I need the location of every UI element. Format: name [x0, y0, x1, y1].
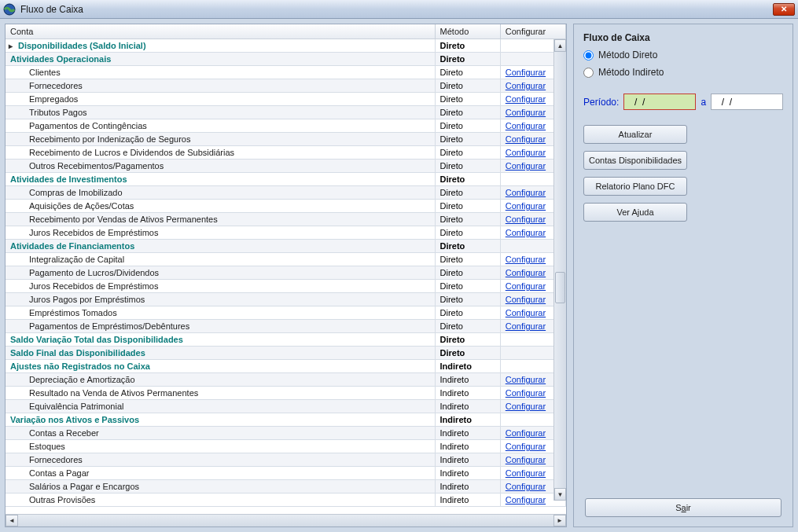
hscroll-track[interactable] [18, 515, 553, 526]
col-config[interactable]: Configurar [500, 24, 565, 39]
table-row[interactable]: EmpregadosDiretoConfigurar [6, 93, 566, 106]
table-row[interactable]: Juros Recebidos de EmpréstimosDiretoConf… [6, 226, 566, 240]
configurar-link[interactable]: Configurar [506, 321, 546, 331]
conta-label: Saldo Final das Disponibilidades [10, 348, 145, 358]
sair-button[interactable]: Sair [585, 498, 781, 517]
configurar-link[interactable]: Configurar [506, 255, 546, 264]
cell-metodo: Indireto [435, 387, 500, 400]
configurar-link[interactable]: Configurar [506, 228, 546, 237]
table-row[interactable]: Juros Pagos por EmpréstimosDiretoConfigu… [6, 293, 566, 306]
table-row[interactable]: Recebimento de Lucros e Dividendos de Su… [6, 146, 566, 160]
configurar-link[interactable]: Configurar [506, 201, 546, 211]
radio-direto-input[interactable] [583, 50, 594, 61]
table-row[interactable]: Salários a Pagar e EncargosIndiretoConfi… [6, 480, 566, 493]
scroll-down-arrow[interactable]: ▼ [554, 488, 566, 501]
radio-metodo-direto[interactable]: Método Direto [583, 48, 783, 62]
cell-conta: Pagamentos de Empréstimos/Debêntures [6, 320, 435, 333]
table-row[interactable]: Equivalência PatrimonialIndiretoConfigur… [6, 400, 566, 413]
scroll-left-arrow[interactable]: ◄ [6, 515, 18, 526]
table-row[interactable]: FornecedoresDiretoConfigurar [6, 79, 566, 93]
expand-icon[interactable]: ▸ [9, 42, 17, 50]
table-row[interactable]: Pagamento de Lucros/DividendosDiretoConf… [6, 266, 566, 280]
table-row[interactable]: Contas a PagarIndiretoConfigurar [6, 467, 566, 480]
table-row[interactable]: Atividades OperacionaisDireto [6, 53, 566, 66]
close-button[interactable]: ✕ [773, 3, 795, 16]
table-row[interactable]: Juros Recebidos de EmpréstimosDiretoConf… [6, 280, 566, 293]
vertical-scrollbar[interactable]: ▲ ▼ [553, 39, 566, 501]
configurar-link[interactable]: Configurar [506, 455, 546, 464]
cell-metodo: Direto [435, 240, 500, 253]
table-row[interactable]: Contas a ReceberIndiretoConfigurar [6, 427, 566, 440]
table-row[interactable]: Integralização de CapitalDiretoConfigura… [6, 253, 566, 266]
table-row[interactable]: Ajustes não Registrados no CaixaIndireto [6, 360, 566, 373]
table-row[interactable]: Atividades de FinanciamentosDireto [6, 240, 566, 253]
configurar-link[interactable]: Configurar [506, 442, 546, 451]
configurar-link[interactable]: Configurar [506, 468, 546, 478]
cell-conta: Contas a Pagar [6, 467, 435, 480]
table-row[interactable]: FornecedoresIndiretoConfigurar [6, 453, 566, 467]
configurar-link[interactable]: Configurar [506, 375, 546, 384]
configurar-link[interactable]: Configurar [506, 68, 546, 77]
table-row[interactable]: Empréstimos TomadosDiretoConfigurar [6, 306, 566, 320]
configurar-link[interactable]: Configurar [506, 161, 546, 171]
configurar-link[interactable]: Configurar [506, 295, 546, 304]
configurar-link[interactable]: Configurar [506, 268, 546, 277]
date-start-input[interactable] [623, 94, 696, 110]
scroll-right-arrow[interactable]: ► [553, 515, 566, 526]
configurar-link[interactable]: Configurar [506, 94, 546, 104]
configurar-link[interactable]: Configurar [506, 428, 546, 438]
table-row[interactable]: Recebimento por Vendas de Ativos Permane… [6, 213, 566, 226]
table-row[interactable]: Saldo Variação Total das Disponibilidade… [6, 333, 566, 347]
table-row[interactable]: Compras de ImobilizadoDiretoConfigurar [6, 186, 566, 200]
configurar-link[interactable]: Configurar [506, 308, 546, 317]
cell-metodo: Direto [435, 66, 500, 79]
table-row[interactable]: Depreciação e AmortizaçãoIndiretoConfigu… [6, 373, 566, 387]
table-row[interactable]: Tributos PagosDiretoConfigurar [6, 106, 566, 119]
configurar-link[interactable]: Configurar [506, 188, 546, 197]
col-metodo[interactable]: Método [435, 24, 500, 39]
table-row[interactable]: Saldo Final das DisponibilidadesDireto [6, 347, 566, 360]
table-row[interactable]: Outras ProvisõesIndiretoConfigurar [6, 493, 566, 507]
conta-label: Variação nos Ativos e Passivos [10, 415, 139, 424]
cell-conta: Pagamento de Lucros/Dividendos [6, 266, 435, 280]
atualizar-button[interactable]: Atualizar [583, 125, 687, 144]
table-row[interactable]: Atividades de InvestimentosDireto [6, 173, 566, 186]
table-row[interactable]: Aquisições de Ações/CotasDiretoConfigura… [6, 200, 566, 213]
configurar-link[interactable]: Configurar [506, 108, 546, 117]
scroll-thumb[interactable] [555, 272, 565, 303]
table-row[interactable]: ClientesDiretoConfigurar [6, 66, 566, 79]
date-end-input[interactable] [711, 94, 783, 110]
table-row[interactable]: Resultado na Venda de Ativos Permanentes… [6, 387, 566, 400]
table-row[interactable]: Pagamentos de Empréstimos/DebênturesDire… [6, 320, 566, 333]
ver-ajuda-button[interactable]: Ver Ajuda [583, 203, 687, 222]
configurar-link[interactable]: Configurar [506, 402, 546, 411]
horizontal-scrollbar[interactable]: ◄ ► [6, 514, 566, 526]
configurar-link[interactable]: Configurar [506, 215, 546, 224]
configurar-link[interactable]: Configurar [506, 281, 546, 291]
conta-label: Atividades de Investimentos [10, 174, 127, 184]
configurar-link[interactable]: Configurar [506, 482, 546, 491]
table-row[interactable]: ▸Disponibilidades (Saldo Inicial)Direto [6, 39, 566, 53]
radio-metodo-indireto[interactable]: Método Indireto [583, 65, 783, 79]
configurar-link[interactable]: Configurar [506, 121, 546, 130]
cell-conta: Compras de Imobilizado [6, 186, 435, 200]
contas-disponibilidades-button[interactable]: Contas Disponibilidades [583, 151, 687, 170]
configurar-link[interactable]: Configurar [506, 81, 546, 90]
table-row[interactable]: Outros Recebimentos/PagamentosDiretoConf… [6, 160, 566, 173]
radio-indireto-label: Método Indireto [598, 67, 664, 78]
configurar-link[interactable]: Configurar [506, 495, 546, 504]
configurar-link[interactable]: Configurar [506, 148, 546, 157]
col-conta[interactable]: Conta [6, 24, 435, 39]
relatorio-plano-dfc-button[interactable]: Relatorio Plano DFC [583, 177, 687, 196]
table-row[interactable]: Pagamentos de ContingênciasDiretoConfigu… [6, 119, 566, 133]
configurar-link[interactable]: Configurar [506, 388, 546, 398]
table-row[interactable]: EstoquesIndiretoConfigurar [6, 440, 566, 453]
cell-conta: Outros Recebimentos/Pagamentos [6, 160, 435, 173]
scroll-up-arrow[interactable]: ▲ [554, 39, 566, 52]
table-row[interactable]: Recebimento por Indenização de SegurosDi… [6, 133, 566, 146]
configurar-link[interactable]: Configurar [506, 134, 546, 144]
sair-post: ir [686, 503, 691, 512]
table-row[interactable]: Variação nos Ativos e PassivosIndireto [6, 413, 566, 427]
radio-indireto-input[interactable] [583, 68, 594, 78]
scroll-track[interactable] [554, 52, 566, 488]
